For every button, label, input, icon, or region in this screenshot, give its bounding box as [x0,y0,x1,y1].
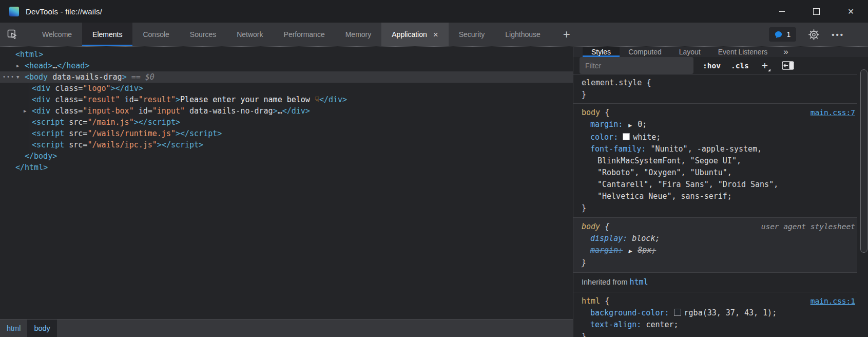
code-token: </script> [162,139,203,151]
code-token: "/wails/runtime.js" [87,128,176,139]
elements-panel: <html>▶<head>…</head>•••▼<body data-wail… [0,47,573,337]
dom-node-row[interactable]: </html> [0,162,573,173]
sidebar-tab-styles[interactable]: Styles [583,47,620,57]
property-value-wrap: "Roboto", "Oxygen", "Ubuntu", [582,167,855,179]
scrollbar-thumb[interactable] [860,69,867,253]
devtools-app-icon [9,7,19,16]
css-property[interactable]: margin: ▶ 0; [582,119,855,132]
expander-collapsed-icon[interactable]: ▶ [16,60,19,71]
inspect-element-button[interactable] [0,23,25,46]
css-property[interactable]: display: block; [582,233,855,245]
tab-lighthouse[interactable]: Lighthouse [495,23,551,46]
code-token: <body [25,71,48,83]
property-name: display: [590,234,627,243]
css-property[interactable]: text-align: center; [582,319,855,331]
styles-filter-input[interactable] [580,57,693,74]
stylesheet-link[interactable]: main.css:1 [811,295,855,307]
pointing-down-emoji: ☟ [315,94,319,105]
code-token: </body> [25,151,57,162]
styles-scrollbar[interactable] [860,69,867,337]
close-button[interactable]: × [834,0,868,23]
user-agent-note: user agent stylesheet [761,221,855,233]
kebab-dots-icon: ••• [832,30,844,39]
issues-badge[interactable]: 1 [769,27,796,42]
dom-node-row[interactable]: <script src="/wails/runtime.js"></script… [0,128,573,139]
property-name: margin: [590,246,623,255]
breadcrumb-item-html[interactable]: html [0,320,27,337]
color-swatch[interactable] [674,309,681,316]
class-toggle-button[interactable]: .cls [731,62,749,70]
maximize-button[interactable] [799,0,834,23]
minimize-button[interactable] [765,0,799,23]
rule-selector[interactable]: body [582,221,600,233]
breadcrumb-item-body[interactable]: body [27,320,56,337]
property-value-wrap: "Helvetica Neue", sans-serif; [582,191,855,202]
expander-collapsed-icon[interactable]: ▶ [24,105,26,117]
dom-node-row[interactable]: •••▼<body data-wails-drag> == $0 [0,71,573,83]
rule-selector[interactable]: element.style [582,77,642,89]
new-style-rule-button[interactable]: + [758,60,771,72]
dom-node-row[interactable]: <div class="result" id="result">Please e… [0,94,573,105]
dom-node-row[interactable]: <div class="logo"></div> [0,83,573,94]
css-property[interactable]: color: white; [582,132,855,143]
tab-console[interactable]: Console [132,23,179,46]
expand-value-icon[interactable]: ▶ [628,249,632,254]
code-token: </div> [115,83,143,94]
code-token: <html> [15,49,43,60]
rule-selector[interactable]: html [582,295,600,307]
style-rule-section: html {main.css:1background-color: rgba(3… [573,292,857,337]
code-token: > [111,83,115,94]
settings-button[interactable] [808,29,819,40]
inherited-node-link[interactable]: html [630,277,648,287]
close-tab-icon[interactable]: × [433,30,438,39]
dom-node-row[interactable]: ▶<head>…</head> [0,60,573,71]
node-options-dots-icon[interactable]: ••• [3,71,15,83]
code-token: <script [32,117,64,128]
sidebar-tab-computed[interactable]: Computed [620,47,670,57]
tab-network[interactable]: Network [226,23,273,46]
sidebar-tab-event-listeners[interactable]: Event Listeners [709,47,777,57]
stylesheet-link[interactable]: main.css:7 [811,107,855,119]
tab-label: Memory [345,30,372,39]
css-property[interactable]: background-color: rgba(33, 37, 43, 1); [582,307,855,319]
dom-node-row[interactable]: <html> [0,49,573,60]
close-brace: } [582,331,855,337]
tab-label: Console [143,30,169,39]
tab-performance[interactable]: Performance [274,23,335,46]
tab-elements[interactable]: Elements [82,23,132,46]
css-property[interactable]: font-family: "Nunito", -apple-system, [582,143,855,155]
main-toolbar: WelcomeElementsConsoleSourcesNetworkPerf… [0,23,868,46]
styles-sections: element.style {}body {main.css:7margin: … [573,74,857,337]
tab-memory[interactable]: Memory [335,23,382,46]
property-name: color: [590,133,618,142]
tab-security[interactable]: Security [449,23,495,46]
expander-expanded-icon[interactable]: ▼ [16,71,19,83]
pseudo-state-button[interactable]: :hov [703,62,721,70]
style-rule-section: body {user agent stylesheetdisplay: bloc… [573,217,857,272]
rule-selector[interactable]: body [582,107,600,119]
tab-label: Lighthouse [505,30,541,39]
color-swatch[interactable] [623,133,630,140]
tab-welcome[interactable]: Welcome [32,23,82,46]
rule-header: body {main.css:7 [582,107,855,119]
toggle-computed-sidebar-button[interactable] [782,61,794,70]
sidebar-tab-layout[interactable]: Layout [670,47,709,57]
expand-value-icon[interactable]: ▶ [628,123,632,128]
css-property[interactable]: margin: ▶ 8px; [582,245,855,257]
dom-node-row[interactable]: <script src="/main.js"></script> [0,117,573,128]
code-token: class= [50,83,83,94]
dom-node-row[interactable]: </body> [0,151,573,162]
inspect-cursor-icon [7,29,18,40]
add-tab-button[interactable]: + [555,23,578,46]
code-token: "input" [152,105,185,117]
tab-application[interactable]: Application× [381,23,448,46]
rule-header: element.style { [582,77,855,89]
dom-node-row[interactable]: ▶<div class="input-box" id="input" data-… [0,105,573,117]
more-sidebar-tabs-icon[interactable]: » [776,47,795,57]
close-brace: } [582,257,855,269]
issues-bubble-icon [775,31,782,39]
tab-label: Elements [92,30,122,39]
more-options-button[interactable]: ••• [832,30,844,39]
tab-sources[interactable]: Sources [180,23,226,46]
dom-node-row[interactable]: <script src="/wails/ipc.js"></script> [0,139,573,151]
